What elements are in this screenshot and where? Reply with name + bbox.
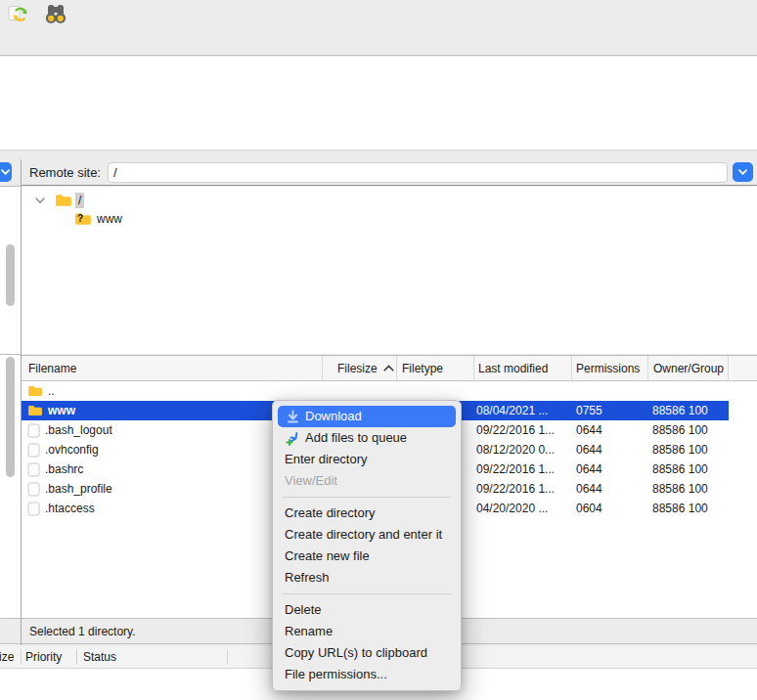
sort-ascending-icon [383, 365, 394, 372]
menu-separator [283, 593, 451, 594]
column-header-last-modified[interactable]: Last modified [474, 356, 572, 380]
remote-site-bar: Remote site: / [22, 159, 757, 186]
menu-item-create-directory[interactable]: Create directory [273, 503, 461, 524]
menu-item-enter-directory[interactable]: Enter directory [273, 449, 461, 470]
remote-path-combobox[interactable]: / [108, 162, 728, 183]
folder-unknown-icon: ? [74, 212, 92, 226]
menu-item-delete[interactable]: Delete [273, 599, 461, 621]
filezilla-window: Port: Quickconnect Remote site: / [0, 0, 757, 700]
column-header-owner-group[interactable]: Owner/Group [648, 356, 729, 380]
remote-path-dropdown-button[interactable] [733, 162, 753, 182]
menu-item-file-permissions[interactable]: File permissions... [273, 664, 461, 685]
message-log [0, 57, 757, 151]
local-status-bar-clipped [0, 618, 21, 644]
menu-item-add-files-to-queue[interactable]: Add files to queue [273, 427, 461, 449]
menu-separator [283, 497, 451, 498]
folder-icon [27, 405, 43, 416]
tree-item-label: www [97, 212, 122, 226]
folder-icon [55, 194, 72, 207]
quickconnect-bar: Port: Quickconnect [0, 27, 757, 56]
local-site-dropdown-button[interactable] [0, 162, 12, 182]
download-icon [285, 409, 300, 424]
chevron-down-icon [738, 169, 747, 175]
file-row-parent[interactable]: .. [22, 381, 757, 401]
queue-column-priority[interactable]: Priority [25, 650, 62, 664]
file-icon [27, 482, 40, 497]
column-header-filetype[interactable]: Filetype [397, 356, 474, 380]
chevron-down-icon [1, 169, 10, 175]
context-menu: Download Add files to queue Enter direct… [272, 400, 462, 691]
local-tree-scrollbar[interactable] [6, 244, 15, 306]
menu-item-create-new-file[interactable]: Create new file [273, 546, 461, 567]
menu-item-view-edit[interactable]: View/Edit [273, 470, 461, 492]
file-icon [27, 443, 40, 458]
remote-tree: / ? www [22, 187, 757, 354]
file-icon [27, 462, 40, 477]
column-header-filename[interactable]: Filename [22, 356, 323, 380]
local-site-bar-clipped [0, 159, 21, 186]
add-to-queue-icon [285, 430, 300, 446]
tree-item-www[interactable]: ? www [22, 210, 122, 228]
file-icon [27, 502, 40, 516]
queue-column-size[interactable]: Size [0, 650, 14, 664]
local-pane-clipped [0, 159, 21, 645]
remote-site-label: Remote site: [29, 165, 101, 180]
column-header-permissions[interactable]: Permissions [572, 356, 648, 380]
menu-item-download[interactable]: Download [278, 406, 456, 427]
folder-icon [27, 385, 43, 397]
tree-item-label: / [75, 193, 84, 208]
toolbar [0, 0, 757, 27]
selection-status-text: Selected 1 directory. [29, 625, 136, 638]
tree-item-root[interactable]: / [22, 192, 84, 209]
file-icon [27, 423, 40, 438]
column-header-filler [729, 356, 757, 380]
queue-column-status[interactable]: Status [83, 650, 116, 664]
menu-item-refresh[interactable]: Refresh [273, 567, 461, 589]
refresh-icon[interactable] [7, 3, 30, 24]
menu-item-rename[interactable]: Rename [273, 621, 461, 642]
menu-item-copy-urls[interactable]: Copy URL(s) to clipboard [273, 642, 461, 664]
file-list-header: Filename Filesize Filetype Last modified… [22, 355, 757, 381]
column-header-filesize[interactable]: Filesize [323, 356, 397, 380]
tree-expander-icon[interactable] [35, 197, 45, 204]
menu-item-create-directory-and-enter[interactable]: Create directory and enter it [273, 524, 461, 546]
local-list-scrollbar[interactable] [6, 357, 15, 477]
binoculars-filter-icon[interactable] [44, 3, 67, 24]
remote-path-value: / [113, 165, 117, 180]
